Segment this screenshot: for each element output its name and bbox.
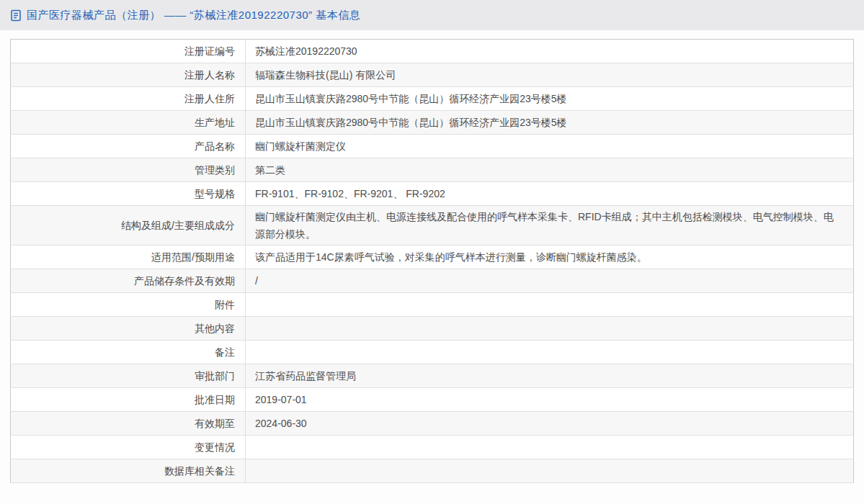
- table-row: 适用范围/预期用途 该产品适用于14C尿素呼气试验，对采集的呼气样本进行测量，诊…: [11, 246, 854, 269]
- row-value-cell: 辐瑞森生物科技(昆山) 有限公司: [246, 63, 854, 87]
- row-label-cell: 注册人名称: [11, 63, 246, 87]
- page-header-bar: 国产医疗器械产品（注册） —— “苏械注准20192220730” 基本信息: [0, 0, 864, 30]
- table-row: 批准日期 2019-07-01: [11, 388, 854, 412]
- row-value-cell: 幽门螺旋杆菌测定仪由主机、电源连接线及配合使用的呼气样本采集卡、RFID卡组成；…: [246, 206, 854, 246]
- row-label-cell: 审批部门: [11, 364, 246, 388]
- row-label-cell: 有效期至: [11, 412, 246, 436]
- row-label-cell: 数据库相关备注: [11, 459, 246, 483]
- row-value-cell: FR-9101、FR-9102、FR-9201、 FR-9202: [246, 182, 854, 206]
- table-row: 附件: [11, 293, 854, 317]
- row-value-cell: [246, 341, 854, 364]
- row-label-cell: 批准日期: [11, 388, 246, 412]
- row-label-cell: 适用范围/预期用途: [11, 246, 246, 269]
- row-label-cell: 管理类别: [11, 158, 246, 182]
- row-value-cell: 2024-06-30: [246, 412, 854, 436]
- row-value-cell: 昆山市玉山镇寰庆路2980号中节能（昆山）循环经济产业园23号楼5楼: [246, 111, 854, 135]
- row-value-cell: 幽门螺旋杆菌测定仪: [246, 135, 854, 158]
- row-value-cell: [246, 317, 854, 341]
- row-label-cell: 产品名称: [11, 135, 246, 158]
- row-label-cell: 结构及组成/主要组成成分: [11, 206, 246, 246]
- table-row: 注册人住所 昆山市玉山镇寰庆路2980号中节能（昆山）循环经济产业园23号楼5楼: [11, 87, 854, 111]
- table-row: 注册人名称 辐瑞森生物科技(昆山) 有限公司: [11, 63, 854, 87]
- row-label-cell: 备注: [11, 341, 246, 364]
- table-row: 备注: [11, 341, 854, 364]
- row-label-cell: 注册人住所: [11, 87, 246, 111]
- row-label-cell: 注册证编号: [11, 40, 246, 63]
- table-row: 注册证编号 苏械注准20192220730: [11, 40, 854, 63]
- row-value-cell: 该产品适用于14C尿素呼气试验，对采集的呼气样本进行测量，诊断幽门螺旋杆菌感染。: [246, 246, 854, 269]
- registration-info-table-container: 注册证编号 苏械注准20192220730 注册人名称 辐瑞森生物科技(昆山) …: [10, 39, 854, 483]
- table-row: 型号规格 FR-9101、FR-9102、FR-9201、 FR-9202: [11, 182, 854, 206]
- row-value-cell: 第二类: [246, 158, 854, 182]
- row-value-cell: [246, 293, 854, 317]
- document-icon: [10, 9, 22, 22]
- row-label-cell: 附件: [11, 293, 246, 317]
- row-value-cell: 苏械注准20192220730: [246, 40, 854, 63]
- registration-info-table: 注册证编号 苏械注准20192220730 注册人名称 辐瑞森生物科技(昆山) …: [10, 39, 854, 483]
- table-row: 有效期至 2024-06-30: [11, 412, 854, 436]
- row-label-cell: 型号规格: [11, 182, 246, 206]
- table-row: 管理类别 第二类: [11, 158, 854, 182]
- table-row: 生产地址 昆山市玉山镇寰庆路2980号中节能（昆山）循环经济产业园23号楼5楼: [11, 111, 854, 135]
- table-row: 变更情况: [11, 436, 854, 459]
- table-row: 数据库相关备注: [11, 459, 854, 483]
- row-label-cell: 变更情况: [11, 436, 246, 459]
- row-label-cell: 产品储存条件及有效期: [11, 269, 246, 293]
- row-value-cell: [246, 459, 854, 483]
- row-value-cell: 昆山市玉山镇寰庆路2980号中节能（昆山）循环经济产业园23号楼5楼: [246, 87, 854, 111]
- row-value-cell: [246, 436, 854, 459]
- table-row: 结构及组成/主要组成成分 幽门螺旋杆菌测定仪由主机、电源连接线及配合使用的呼气样…: [11, 206, 854, 246]
- row-label-cell: 生产地址: [11, 111, 246, 135]
- page-title: 国产医疗器械产品（注册） —— “苏械注准20192220730” 基本信息: [27, 9, 360, 22]
- row-value-cell: 江苏省药品监督管理局: [246, 364, 854, 388]
- row-label-cell: 其他内容: [11, 317, 246, 341]
- table-row: 产品名称 幽门螺旋杆菌测定仪: [11, 135, 854, 158]
- table-row: 审批部门 江苏省药品监督管理局: [11, 364, 854, 388]
- row-value-cell: 2019-07-01: [246, 388, 854, 412]
- row-value-cell: /: [246, 269, 854, 293]
- table-row: 产品储存条件及有效期 /: [11, 269, 854, 293]
- table-row: 其他内容: [11, 317, 854, 341]
- info-table-body: 注册证编号 苏械注准20192220730 注册人名称 辐瑞森生物科技(昆山) …: [11, 40, 854, 483]
